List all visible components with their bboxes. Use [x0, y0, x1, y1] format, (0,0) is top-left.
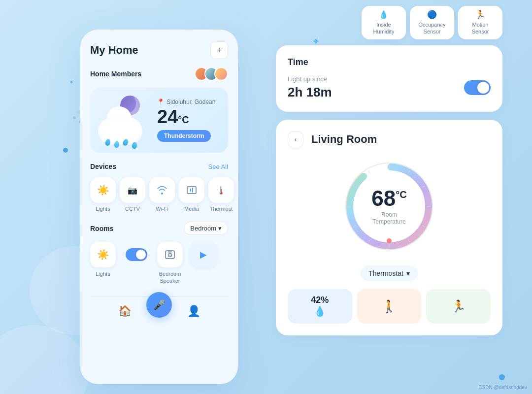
device-thermostat-label: Thermost: [210, 206, 233, 212]
device-lights: ☀️ Lights: [90, 177, 116, 212]
device-wifi-label: Wi-Fi: [156, 206, 168, 212]
svg-rect-6: [168, 252, 172, 253]
motion-label: MotionSensor: [472, 21, 489, 35]
rooms-header: Rooms Bedroom ▾: [90, 222, 228, 235]
occupancy-sensor-bar: 🚶: [357, 289, 422, 324]
sparkle-decoration-2: ✦: [69, 79, 74, 86]
svg-point-22: [387, 238, 392, 243]
device-media-label: Media: [184, 206, 199, 212]
dot-decoration-3: [499, 374, 505, 380]
thermostat-dial-container: 68°C RoomTemperature: [288, 157, 491, 256]
drop-2: [114, 140, 120, 148]
motion-bar-icon: 🏃: [451, 299, 466, 313]
drop-1: [104, 138, 111, 146]
mic-icon: 🎤: [153, 299, 166, 311]
sensor-occupancy: 🔵 OccupancySensor: [410, 6, 454, 39]
avatar-3: [214, 67, 228, 81]
dot-decoration-1: [63, 148, 68, 153]
sensor-humidity: 💧 InsideHumidity: [362, 6, 406, 39]
device-wifi-icon[interactable]: [149, 177, 175, 203]
device-lights-icon[interactable]: ☀️: [90, 177, 116, 203]
room-dropdown[interactable]: Bedroom ▾: [184, 222, 228, 235]
devices-header: Devices See All: [90, 163, 228, 170]
device-thermostat: 🌡️ Thermost: [208, 177, 234, 212]
devices-label: Devices: [90, 163, 116, 170]
room-music-icon[interactable]: ▶: [191, 242, 216, 267]
avatar-group: [195, 67, 228, 81]
device-lights-label: Lights: [96, 206, 110, 212]
thermostat-select-label: Thermostat: [368, 269, 403, 277]
see-all-button[interactable]: See All: [208, 163, 228, 170]
room-speaker: BedroomSpeaker: [157, 242, 183, 285]
motion-icon: 🏃: [475, 10, 485, 19]
time-card: Time Light up since 2h 18m: [276, 45, 502, 112]
home-nav-icon[interactable]: 🏠: [118, 305, 132, 318]
dial-sublabel: RoomTemperature: [371, 211, 406, 225]
humidity-icon: 💧: [379, 10, 389, 19]
thermostat-chevron-icon: ▾: [406, 269, 410, 277]
profile-nav-icon[interactable]: 👤: [187, 305, 200, 318]
drop-3: [122, 138, 129, 147]
chevron-down-icon: ▾: [218, 225, 222, 232]
occupancy-icon: 🔵: [427, 10, 437, 19]
room-lights-label: Lights: [96, 270, 110, 277]
occupancy-label: OccupancySensor: [418, 21, 445, 35]
time-info: Light up since 2h 18m: [288, 75, 332, 100]
room-lights-icon[interactable]: ☀️: [90, 242, 116, 267]
svg-line-21: [368, 170, 370, 173]
weather-card: 📍 Sidoluhur, Godean 24°C Thunderstorm: [90, 88, 228, 153]
sensor-strip-top: 💧 InsideHumidity 🔵 OccupancySensor 🏃 Mot…: [276, 0, 502, 45]
weather-icon: [98, 96, 157, 145]
room-lights: ☀️ Lights: [90, 242, 116, 285]
back-button[interactable]: ‹: [288, 131, 303, 147]
room-speaker-icon[interactable]: [157, 242, 183, 267]
blob-decoration-1: [0, 325, 89, 394]
humidity-value: 42%: [311, 295, 329, 305]
time-toggle[interactable]: [464, 80, 491, 95]
phone-title: My Home: [90, 44, 138, 57]
weather-condition-badge: Thunderstorm: [157, 130, 211, 142]
light-up-label: Light up since: [288, 75, 332, 83]
device-thermostat-icon[interactable]: 🌡️: [208, 177, 234, 203]
device-media-icon[interactable]: [179, 177, 204, 203]
temp-unit: °C: [178, 114, 189, 125]
time-duration: 2h 18m: [288, 85, 332, 100]
device-cctv: 📷 CCTV: [120, 177, 145, 212]
thermostat-select[interactable]: Thermostat ▾: [361, 265, 418, 281]
svg-rect-0: [187, 187, 196, 194]
living-room-card: ‹ Living Room: [276, 120, 502, 335]
device-cctv-label: CCTV: [125, 206, 140, 212]
time-card-title: Time: [288, 57, 491, 67]
bottom-sensors: 42% 💧 🚶 🏃: [288, 289, 491, 324]
lights-toggle-container: [124, 242, 149, 267]
watermark: CSDN @defdsddddev: [478, 385, 527, 390]
devices-grid: ☀️ Lights 📷 CCTV Wi-Fi Media 🌡️ Thermost: [90, 177, 228, 212]
location-pin-icon: 📍: [157, 98, 165, 105]
device-cctv-icon[interactable]: 📷: [120, 177, 145, 203]
living-room-header: ‹ Living Room: [288, 131, 491, 147]
mic-button[interactable]: 🎤: [146, 292, 172, 318]
home-members-label: Home Members: [90, 70, 141, 78]
room-toggle: [124, 242, 149, 285]
dial-center-display: 68°C RoomTemperature: [371, 188, 406, 225]
room-devices-grid: ☀️ Lights BedroomSpeaker ▶: [90, 242, 228, 285]
time-toggle-knob: [477, 82, 489, 94]
thermostat-dial: 68°C RoomTemperature: [340, 157, 438, 256]
svg-point-5: [169, 255, 170, 256]
rain-drops: [105, 139, 137, 149]
bottom-nav: 🏠 🎤 👤: [90, 296, 228, 318]
svg-rect-1: [190, 189, 191, 192]
svg-rect-2: [192, 188, 193, 193]
lights-toggle[interactable]: [126, 248, 147, 261]
add-button[interactable]: +: [210, 41, 228, 59]
living-room-title: Living Room: [311, 133, 377, 146]
weather-temperature: 24°C: [157, 107, 220, 126]
home-members-section: Home Members: [90, 67, 228, 81]
motion-sensor-bar: 🏃: [426, 289, 491, 324]
humidity-sensor-bar: 42% 💧: [288, 289, 352, 324]
weather-info: 📍 Sidoluhur, Godean 24°C Thunderstorm: [157, 98, 220, 142]
left-phone: My Home + Home Members: [80, 30, 238, 384]
humidity-label: InsideHumidity: [373, 21, 395, 35]
phone-header: My Home +: [90, 41, 228, 59]
dial-unit: °C: [396, 189, 406, 200]
